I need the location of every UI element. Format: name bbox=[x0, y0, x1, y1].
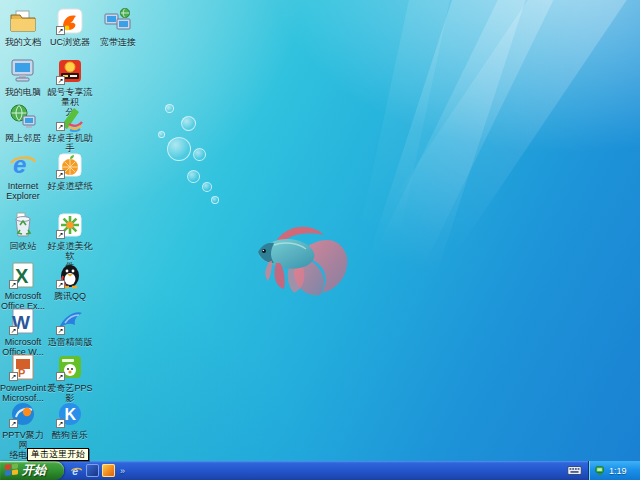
shortcut-arrow-overlay: ↗ bbox=[56, 230, 65, 239]
taskbar: 开始 e » 1:19 bbox=[0, 461, 640, 480]
broadband-connection-icon bbox=[103, 6, 133, 36]
lianghao-promo-icon: ↗ bbox=[55, 56, 85, 86]
desktop-icon-excel[interactable]: X ↗ Microsoft Office Ex... bbox=[0, 260, 46, 311]
icon-label: 好桌道壁纸 bbox=[47, 181, 93, 191]
desktop-icon-haozhuodao-wallpaper[interactable]: ↗ 好桌道壁纸 bbox=[47, 150, 93, 191]
desktop-icon-kugou-music[interactable]: K ↗ 酷狗音乐 bbox=[47, 399, 93, 440]
desktop-icon-xunlei-lite[interactable]: ↗ 迅雷精简版 bbox=[47, 306, 93, 347]
start-button[interactable]: 开始 bbox=[0, 461, 64, 480]
bubble bbox=[181, 116, 196, 131]
desktop-icon-my-documents[interactable]: 我的文档 bbox=[0, 6, 46, 47]
language-keyboard-indicator[interactable] bbox=[567, 461, 582, 480]
icon-label: UC浏览器 bbox=[47, 37, 93, 47]
desktop: 我的文档 我的电脑 网上邻居 e Internet Explorer 回收站 X… bbox=[0, 0, 640, 480]
icon-label: 酷狗音乐 bbox=[47, 430, 93, 440]
bubble bbox=[211, 196, 219, 204]
shortcut-arrow-overlay: ↗ bbox=[56, 26, 65, 35]
kugou-music-icon: K ↗ bbox=[55, 399, 85, 429]
taskbar-empty-area[interactable] bbox=[125, 461, 567, 480]
bubble bbox=[167, 137, 191, 161]
internet-explorer-icon[interactable]: e bbox=[70, 464, 83, 477]
desktop-icon-recycle-bin[interactable]: 回收站 bbox=[0, 210, 46, 251]
icon-label: 宽带连接 bbox=[95, 37, 141, 47]
desktop-icon-internet-explorer[interactable]: e Internet Explorer bbox=[0, 150, 46, 201]
bubble bbox=[165, 104, 174, 113]
desktop-icon-haozhuo-phone-assistant[interactable]: ↗ 好桌手机助手 bbox=[47, 102, 93, 153]
shortcut-arrow-overlay: ↗ bbox=[9, 280, 18, 289]
internet-explorer-icon: e bbox=[8, 150, 38, 180]
pptv-icon: ↗ bbox=[8, 399, 38, 429]
shortcut-arrow-overlay: ↗ bbox=[9, 372, 18, 381]
tray-clock[interactable]: 1:19 bbox=[609, 466, 627, 476]
my-computer-icon bbox=[8, 56, 38, 86]
shortcut-arrow-overlay: ↗ bbox=[9, 419, 18, 428]
system-tray: 1:19 bbox=[588, 461, 640, 480]
bubble bbox=[187, 170, 200, 183]
icon-label: 网上邻居 bbox=[0, 133, 46, 143]
shortcut-arrow-overlay: ↗ bbox=[56, 372, 65, 381]
haozhuodao-beautify-icon: ↗ bbox=[55, 210, 85, 240]
desktop-icon-broadband-connection[interactable]: 宽带连接 bbox=[95, 6, 141, 47]
keyboard-icon bbox=[567, 466, 582, 475]
quick-launch-bar: e » bbox=[64, 461, 125, 480]
icon-label: Internet Explorer bbox=[0, 181, 46, 201]
orange-image-app-icon[interactable] bbox=[102, 464, 115, 477]
excel-icon: X ↗ bbox=[8, 260, 38, 290]
xunlei-bird-icon: ↗ bbox=[55, 306, 85, 336]
svg-text:e: e bbox=[13, 151, 26, 178]
desktop-icon-uc-browser[interactable]: ↗ UC浏览器 bbox=[47, 6, 93, 47]
icon-label: 我的电脑 bbox=[0, 87, 46, 97]
start-tooltip: 单击这里开始 bbox=[27, 448, 89, 461]
svg-text:K: K bbox=[65, 406, 77, 423]
blue-app-icon[interactable] bbox=[86, 464, 99, 477]
start-button-label: 开始 bbox=[22, 462, 46, 479]
desktop-icon-tencent-qq[interactable]: ↗ 腾讯QQ bbox=[47, 260, 93, 301]
bubble bbox=[202, 182, 212, 192]
shortcut-arrow-overlay: ↗ bbox=[56, 419, 65, 428]
bubble bbox=[158, 131, 165, 138]
shortcut-arrow-overlay: ↗ bbox=[56, 170, 65, 179]
icon-label: 我的文档 bbox=[0, 37, 46, 47]
uc-browser-icon: ↗ bbox=[55, 6, 85, 36]
shortcut-arrow-overlay: ↗ bbox=[56, 280, 65, 289]
my-documents-icon bbox=[8, 6, 38, 36]
powerpoint-icon: P ↗ bbox=[8, 352, 38, 382]
shortcut-arrow-overlay: ↗ bbox=[9, 326, 18, 335]
icon-label: 腾讯QQ bbox=[47, 291, 93, 301]
bubble bbox=[193, 148, 206, 161]
svg-text:P: P bbox=[18, 367, 25, 379]
green-utility-tray-icon[interactable] bbox=[595, 465, 606, 476]
icon-label: 迅雷精简版 bbox=[47, 337, 93, 347]
iqiyi-pps-icon: ↗ bbox=[55, 352, 85, 382]
desktop-icon-powerpoint[interactable]: P ↗ PowerPoint Microsof... bbox=[0, 352, 46, 403]
svg-text:e: e bbox=[72, 466, 78, 477]
betta-fish-wallpaper-figure bbox=[250, 205, 360, 300]
network-places-icon bbox=[8, 102, 38, 132]
haozhuo-phone-assistant-icon: ↗ bbox=[55, 102, 85, 132]
desktop-icon-word[interactable]: W ↗ Microsoft Office W... bbox=[0, 306, 46, 357]
qq-penguin-icon: ↗ bbox=[55, 260, 85, 290]
shortcut-arrow-overlay: ↗ bbox=[56, 76, 65, 85]
shortcut-arrow-overlay: ↗ bbox=[56, 326, 65, 335]
desktop-icon-my-computer[interactable]: 我的电脑 bbox=[0, 56, 46, 97]
recycle-bin-icon bbox=[8, 210, 38, 240]
word-icon: W ↗ bbox=[8, 306, 38, 336]
icon-label: 回收站 bbox=[0, 241, 46, 251]
windows-flag-icon bbox=[5, 463, 19, 477]
haozhuodao-wallpaper-icon: ↗ bbox=[55, 150, 85, 180]
desktop-icon-network-places[interactable]: 网上邻居 bbox=[0, 102, 46, 143]
shortcut-arrow-overlay: ↗ bbox=[56, 122, 65, 131]
